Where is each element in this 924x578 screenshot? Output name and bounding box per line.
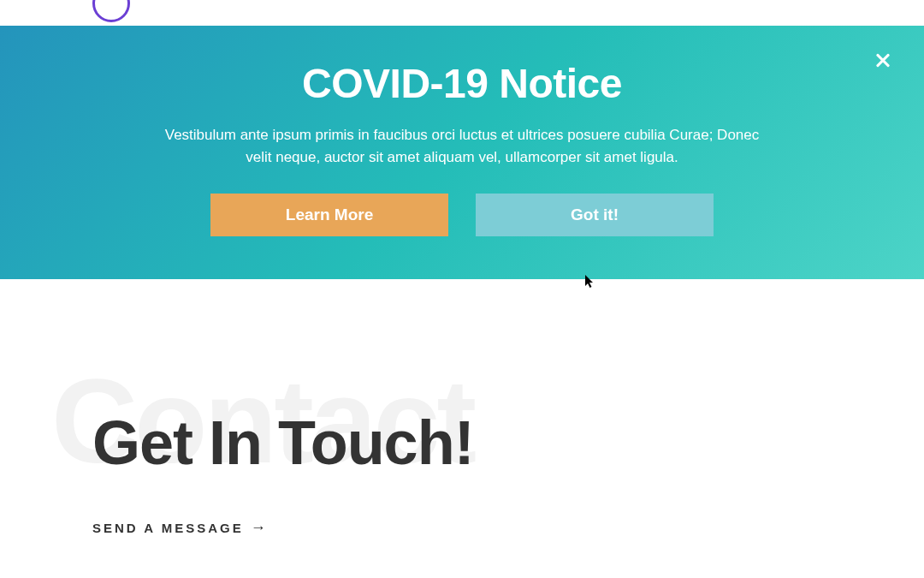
notice-title: COVID-19 Notice [51, 60, 873, 107]
learn-more-button[interactable]: Learn More [210, 194, 448, 236]
main-heading: Get In Touch! [92, 408, 832, 478]
button-row: Learn More Got it! [51, 194, 873, 236]
notice-text: Vestibulum ante ipsum primis in faucibus… [154, 124, 770, 168]
arrow-right-icon: → [251, 519, 269, 537]
close-icon[interactable] [873, 50, 893, 70]
top-bar [0, 0, 924, 26]
notice-banner: COVID-19 Notice Vestibulum ante ipsum pr… [0, 26, 924, 279]
got-it-button[interactable]: Got it! [476, 194, 714, 236]
logo-icon [92, 0, 130, 22]
send-message-link[interactable]: SEND A MESSAGE → [92, 519, 269, 537]
cta-label: SEND A MESSAGE [92, 521, 244, 535]
main-content: Contact Get In Touch! SEND A MESSAGE → [0, 279, 924, 571]
